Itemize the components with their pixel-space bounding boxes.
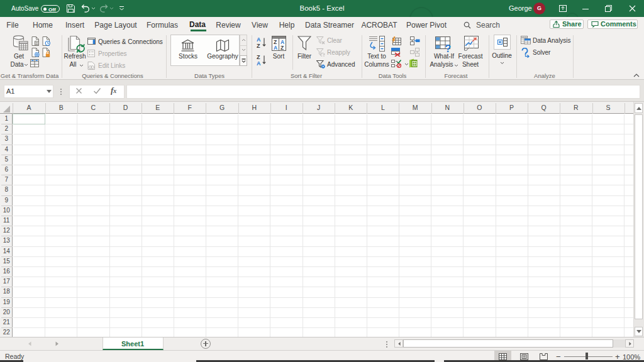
svg-text:A: A	[274, 45, 277, 51]
svg-text:Z: Z	[257, 54, 260, 60]
svg-text:A: A	[257, 36, 261, 43]
svg-text:A: A	[257, 60, 261, 66]
svg-text:?: ?	[445, 43, 452, 53]
svg-text:Z: Z	[280, 45, 284, 51]
svg-text:Z: Z	[257, 43, 260, 48]
